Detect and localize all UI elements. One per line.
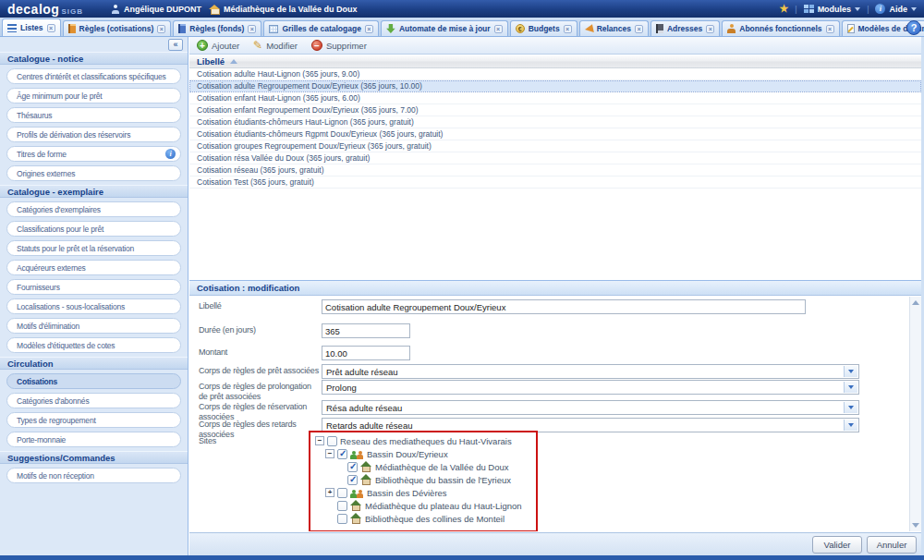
- chevron-down-icon[interactable]: [844, 366, 857, 377]
- aide-menu[interactable]: i Aide: [875, 4, 917, 14]
- expand-expander-icon[interactable]: +: [325, 488, 334, 497]
- sidebar-item-profils-derivation[interactable]: Profils de dérivation des réservoirs: [6, 127, 181, 142]
- tree-node-mediatheque-vallee-doux[interactable]: Médiathèque de la Vallée du Doux: [313, 460, 522, 473]
- tab-adresses[interactable]: Adresses ×: [650, 20, 720, 36]
- tab-regles-cotisations[interactable]: Règles (cotisations) ×: [63, 20, 172, 36]
- list-row[interactable]: Cotisation enfant Haut-Lignon (365 jours…: [189, 92, 921, 104]
- help-button[interactable]: ?: [906, 20, 921, 35]
- tab-regles-fonds[interactable]: Règles (fonds) ×: [173, 20, 261, 36]
- valider-button[interactable]: Valider: [812, 536, 862, 554]
- checkbox[interactable]: [337, 501, 347, 511]
- checkbox[interactable]: [347, 475, 358, 485]
- chevron-down-icon[interactable]: [844, 382, 857, 393]
- sidebar-item-acquereurs-externes[interactable]: Acquéreurs externes: [6, 260, 181, 275]
- duree-input[interactable]: [322, 323, 410, 338]
- close-icon[interactable]: ×: [365, 25, 373, 33]
- sidebar-item-age-minimum[interactable]: Âge minimum pour le prêt: [6, 88, 181, 103]
- close-icon[interactable]: ×: [564, 25, 572, 33]
- list-row[interactable]: Cotisation étudiants-chômeurs Rgpmt Doux…: [189, 128, 921, 140]
- sidebar-item-localisations[interactable]: Localisations - sous-localisations: [6, 298, 181, 314]
- favorites-icon[interactable]: ★: [779, 4, 788, 14]
- list-row[interactable]: Cotisation résa Vallée du Doux (365 jour…: [189, 152, 921, 164]
- sidebar-item-motifs-elimination[interactable]: Motifs d'élimination: [6, 318, 181, 334]
- list-row[interactable]: Cotisation enfant Regroupement Doux/Eyri…: [189, 104, 921, 116]
- collapse-expander-icon[interactable]: −: [315, 436, 324, 445]
- regles-pret-select[interactable]: Prêt adulte réseau: [322, 364, 859, 379]
- sidebar-item-centres-interet[interactable]: Centres d'intérêt et classifications spé…: [6, 68, 181, 84]
- user-name: Angélique DUPONT: [124, 5, 201, 14]
- checkbox[interactable]: [337, 488, 347, 498]
- list-row[interactable]: Cotisation étudiants-chômeurs Haut-Ligno…: [189, 116, 921, 128]
- sidebar-item-categories-abonnes[interactable]: Catégories d'abonnés: [6, 393, 181, 408]
- tree-node-bassin-doux-eyrieux[interactable]: − Bassin Doux/Eyrieux: [313, 447, 522, 460]
- tab-grilles-catalogage[interactable]: Grilles de catalogage ×: [263, 20, 379, 36]
- scroll-up-icon[interactable]: [912, 300, 919, 305]
- chevron-down-icon[interactable]: [844, 420, 857, 431]
- montant-input[interactable]: [322, 346, 410, 360]
- list-row[interactable]: Cotisation Test (365 jours, gratuit): [189, 177, 921, 189]
- chevron-down-icon[interactable]: [844, 402, 857, 413]
- close-icon[interactable]: ×: [47, 24, 55, 32]
- tab-relances[interactable]: Relances ×: [579, 20, 649, 36]
- tree-node-bibliotheque-eyrieux[interactable]: Bibliothèque du bassin de l'Eyrieux: [313, 473, 522, 486]
- tab-listes[interactable]: Listes ×: [2, 18, 61, 36]
- current-site[interactable]: Médiathèque de la Vallée du Doux: [209, 5, 358, 14]
- close-icon[interactable]: ×: [494, 25, 503, 33]
- sidebar-item-classifications-pret[interactable]: Classifications pour le prêt: [6, 221, 181, 237]
- app-logo: decalogSIGB: [7, 2, 83, 17]
- vertical-scrollbar[interactable]: [909, 297, 921, 531]
- close-icon[interactable]: ×: [635, 25, 643, 33]
- close-icon[interactable]: ×: [826, 25, 834, 33]
- checkbox[interactable]: [347, 462, 358, 472]
- list-row[interactable]: Cotisation adulte Haut-Lignon (365 jours…: [189, 68, 921, 80]
- list-icon: [7, 24, 17, 32]
- tree-node-bassin-devieres[interactable]: + Bassin des Dévières: [313, 486, 522, 499]
- close-icon[interactable]: ×: [248, 25, 256, 33]
- list-row-selected[interactable]: Cotisation adulte Regroupement Doux/Eyri…: [189, 80, 921, 92]
- sidebar-item-cotisations[interactable]: Cotisations: [6, 373, 181, 389]
- collapse-expander-icon[interactable]: −: [325, 449, 334, 458]
- sidebar-item-porte-monnaie[interactable]: Porte-monnaie: [6, 432, 181, 447]
- annuler-button[interactable]: Annuler: [867, 536, 917, 554]
- sidebar-item-categories-exemplaires[interactable]: Catégories d'exemplaires: [6, 201, 181, 217]
- checkbox[interactable]: [337, 449, 347, 459]
- tree-node-mediatheque-haut-lignon[interactable]: Médiathèque du plateau du Haut-Lignon: [313, 499, 522, 512]
- list-row[interactable]: Cotisation groupes Regroupement Doux/Eyr…: [189, 140, 921, 152]
- sidebar-item-motifs-non-reception[interactable]: Motifs de non réception: [6, 468, 181, 483]
- collapse-sidebar-button[interactable]: «: [168, 39, 183, 51]
- sidebar-item-modeles-etiquettes[interactable]: Modèles d'étiquettes de cotes: [6, 337, 181, 353]
- column-header-libelle[interactable]: Libellé: [189, 55, 921, 68]
- supprimer-button[interactable]: − Supprimer: [311, 40, 367, 51]
- modules-menu[interactable]: Modules: [804, 5, 861, 14]
- libelle-label: Libellé: [199, 299, 322, 314]
- current-user[interactable]: Angélique DUPONT: [111, 5, 201, 14]
- regles-prolongation-select[interactable]: Prolong: [322, 380, 859, 395]
- sidebar-item-statuts-pret-reservation[interactable]: Statuts pour le prêt et la réservation: [6, 240, 181, 256]
- form-body: Libellé Durée (en jours) Montant Corps d…: [189, 297, 909, 531]
- checkbox[interactable]: [337, 514, 347, 524]
- scroll-down-icon[interactable]: [912, 523, 919, 528]
- checkbox[interactable]: [327, 436, 337, 446]
- sidebar-item-origines-externes[interactable]: Origines externes: [6, 165, 181, 181]
- tab-abonnes-fonctionnels[interactable]: Abonnés fonctionnels ×: [722, 20, 839, 36]
- modifier-label: Modifier: [266, 41, 298, 51]
- sidebar-item-types-regroupement[interactable]: Types de regroupement: [6, 412, 181, 428]
- list-row[interactable]: Cotisation réseau (365 jours, gratuit): [189, 164, 921, 177]
- form-footer: Valider Annuler: [189, 532, 921, 555]
- tree-node-reseau[interactable]: − Reseau des mediatheques du Haut-Vivara…: [313, 434, 522, 447]
- libelle-input[interactable]: [322, 299, 806, 314]
- tab-budgets[interactable]: € Budgets ×: [510, 20, 578, 36]
- modifier-button[interactable]: ✎ Modifier: [253, 40, 298, 51]
- supprimer-label: Supprimer: [326, 41, 367, 51]
- regles-reservation-select[interactable]: Résa adulte réseau: [322, 400, 859, 415]
- info-icon[interactable]: i: [165, 149, 176, 159]
- close-icon[interactable]: ×: [706, 25, 714, 33]
- sidebar-item-titres-de-forme[interactable]: Titres de formei: [6, 146, 181, 162]
- tree-node-bibliotheque-monteil[interactable]: Bibliothèque des collines de Monteil: [313, 512, 522, 525]
- sidebar-item-fournisseurs[interactable]: Fournisseurs: [6, 279, 181, 295]
- close-icon[interactable]: ×: [157, 25, 165, 33]
- application-window: decalogSIGB Angélique DUPONT Médiathèque…: [0, 0, 924, 560]
- ajouter-button[interactable]: + Ajouter: [197, 40, 239, 51]
- tab-automate-mise-a-jour[interactable]: Automate de mise à jour ×: [381, 20, 508, 36]
- sidebar-item-thesaurus[interactable]: Thésaurus: [6, 107, 181, 123]
